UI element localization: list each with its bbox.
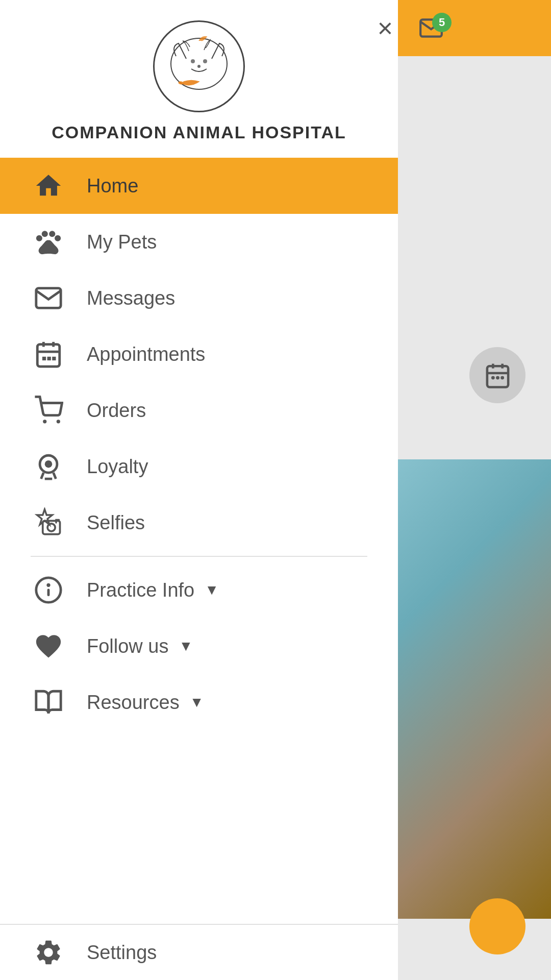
svg-point-11	[36, 235, 42, 241]
loyalty-icon	[31, 449, 66, 484]
sidebar-item-label-my-pets: My Pets	[87, 231, 157, 253]
navigation-drawer: Companion Animal Hospital Home	[0, 0, 398, 980]
svg-point-10	[197, 65, 201, 68]
sidebar-item-label-home: Home	[87, 175, 138, 197]
svg-rect-20	[42, 357, 46, 360]
notification-area[interactable]: 5	[408, 10, 454, 46]
sidebar-item-my-pets[interactable]: My Pets	[0, 214, 398, 270]
home-icon	[31, 168, 66, 204]
sidebar-item-label-settings: Settings	[87, 942, 157, 964]
svg-rect-16	[37, 345, 60, 367]
floating-action-button[interactable]	[469, 898, 525, 954]
hospital-name: Companion Animal Hospital	[52, 122, 346, 142]
sidebar-item-label-resources: Resources	[87, 692, 180, 714]
sidebar-item-selfies[interactable]: Selfies	[0, 495, 398, 551]
heart-icon	[31, 628, 66, 664]
close-button[interactable]: ×	[367, 10, 403, 46]
pet-background-image	[378, 459, 551, 919]
sidebar-item-practice-info[interactable]: Practice Info ▼	[0, 562, 398, 618]
sidebar-item-messages[interactable]: Messages	[0, 270, 398, 326]
resources-chevron: ▼	[190, 694, 204, 710]
sidebar-item-resources[interactable]: Resources ▼	[0, 674, 398, 730]
info-icon	[31, 572, 66, 608]
camera-icon	[31, 505, 66, 541]
svg-point-8	[191, 59, 195, 63]
svg-rect-22	[52, 357, 56, 360]
sidebar-item-orders[interactable]: Orders	[0, 382, 398, 438]
follow-us-chevron: ▼	[179, 638, 193, 654]
svg-point-26	[45, 460, 53, 468]
sidebar-item-label-selfies: Selfies	[87, 512, 145, 534]
svg-point-29	[47, 524, 55, 531]
top-bar-background	[378, 0, 551, 56]
logo-area: Companion Animal Hospital	[0, 0, 398, 158]
svg-rect-21	[47, 357, 51, 360]
sidebar-item-loyalty[interactable]: Loyalty	[0, 438, 398, 495]
svg-point-14	[55, 235, 61, 241]
practice-info-chevron: ▼	[205, 582, 219, 598]
appointments-fab[interactable]	[469, 347, 525, 403]
sidebar-item-appointments[interactable]: Appointments	[0, 326, 398, 382]
sidebar-item-label-orders: Orders	[87, 400, 146, 422]
svg-point-9	[203, 59, 207, 63]
nav-list: Home My Pets Me	[0, 158, 398, 551]
logo-circle	[153, 20, 245, 112]
svg-point-13	[49, 231, 55, 237]
spacer	[0, 730, 398, 924]
notification-badge: 5	[432, 13, 452, 32]
sidebar-item-label-messages: Messages	[87, 287, 175, 309]
nav-divider	[31, 556, 367, 557]
paw-icon	[31, 224, 66, 260]
sidebar-item-settings[interactable]: Settings	[0, 924, 398, 980]
sidebar-item-label-appointments: Appointments	[87, 344, 205, 365]
svg-point-12	[42, 231, 48, 237]
sidebar-item-label-follow-us: Follow us	[87, 635, 169, 657]
svg-point-24	[57, 420, 60, 423]
sidebar-item-label-practice-info: Practice Info	[87, 579, 194, 601]
secondary-nav-list: Practice Info ▼ Follow us ▼ Resources ▼	[0, 562, 398, 730]
cart-icon	[31, 393, 66, 428]
sidebar-item-follow-us[interactable]: Follow us ▼	[0, 618, 398, 674]
svg-marker-27	[37, 509, 53, 525]
mail-icon	[31, 280, 66, 316]
book-icon	[31, 684, 66, 720]
gear-icon	[31, 935, 66, 970]
svg-point-23	[43, 420, 46, 423]
calendar-icon	[31, 336, 66, 372]
sidebar-item-label-loyalty: Loyalty	[87, 456, 148, 478]
sidebar-item-home[interactable]: Home	[0, 158, 398, 214]
